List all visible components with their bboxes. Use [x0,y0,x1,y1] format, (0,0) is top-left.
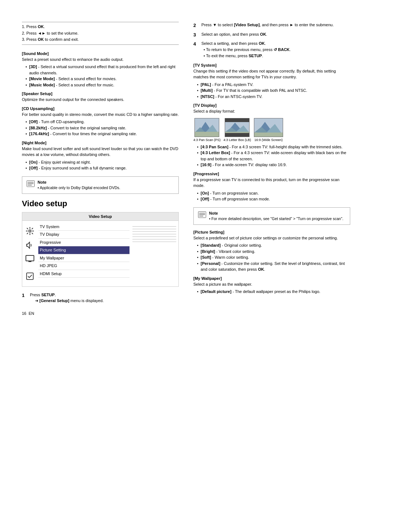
left-column: 1. Press OK. 2. Press ◄► to set the volu… [22,22,179,316]
tv-system-item-multi: [Multi] - For TV that is compatible with… [197,87,350,94]
tv-system-list: [PAL] - For a PAL-system TV. [Multi] - F… [193,82,350,100]
step-4: 4 Select a setting, and then press OK. •… [193,40,350,59]
note-content-left: Note • Applicable only to Dolby Digital … [38,180,120,191]
video-setup-title: Video setup [22,199,179,208]
right-column: 2 Press ▼ to select [Video Setup], and t… [193,22,350,316]
letter-box-label: 4:3 Letter Box (LB) [224,138,251,142]
cd-upsampling-label: [CD Upsampling] [22,106,179,111]
top-step-1: 1. Press OK. [22,24,179,30]
cd-upsampling-item-off: [Off] - Turn off CD-upsampling. [26,119,179,125]
note-title-right: Note [209,211,343,216]
step-2: 2 Press ▼ to select [Video Setup], and t… [193,22,350,29]
speaker-icon [25,241,35,249]
menu-item-picture-setting: Picture Setting [38,246,130,254]
video-setup-table-body: TV System TV Display Progressive Picture… [22,221,178,286]
letter-box-image [225,118,250,137]
sound-mode-item-3d: [3D] - Select a virtual surround sound e… [26,64,179,76]
sound-mode-label: [Sound Mode] [22,51,179,56]
video-setup-table-header: Video Setup [22,212,178,221]
note-box-right: Note • For more detailed description, se… [193,207,350,225]
night-mode-description: Make loud sound level softer and soft so… [22,146,179,158]
tv-display-images: 4:3 Pan Scan (PS) 4:3 Letter Box (LB) [193,118,350,142]
svg-rect-6 [26,255,34,261]
cd-upsampling-list: [Off] - Turn off CD-upsampling. [88.2kHz… [22,119,179,137]
tv-system-description: Change this setting if the video does no… [193,68,350,80]
step-4-content: Select a setting, and then press OK. • T… [201,40,350,59]
menu-item-hd-jpeg: HD JPEG [38,262,130,270]
note-content-right: Note • For more detailed description, se… [209,211,343,222]
tv-display-item-panscan: [4:3 Pan Scan] - For a 4:3 screen TV: fu… [197,144,350,150]
menu-item-my-wallpaper: My Wallpaper [38,254,130,262]
pan-scan-image [194,118,219,137]
menu-item-progressive: Progressive [38,239,130,247]
picture-setting-label: [Picture Setting] [193,230,350,234]
picture-setting-item-standard: [Standard] - Original color setting. [197,242,350,249]
cd-upsampling-item-1764: [176.4kHz] - Convert to four times the o… [26,131,179,137]
step-1-content: Press SETUP. ➜ [General Setup] menu is d… [30,292,179,304]
step-1-number: 1 [22,292,27,304]
pan-scan-label: 4:3 Pan Scan (PS) [193,138,221,142]
step-4-bullet-2: • To exit the menu, press SETUP. [204,54,263,58]
sound-mode-description: Select a preset sound effect to enhance … [22,56,179,63]
progressive-label: [Progressive] [193,172,350,176]
tv-system-item-ntsc: [NTSC] - For an NTSC-system TV. [197,94,350,100]
progressive-description: If a progressive scan TV is connected to… [193,177,350,189]
menu-item-hdmi-setup: HDMI Setup [38,270,130,278]
picture-setting-item-bright: [Bright] - Vibrant color setting. [197,249,350,255]
gear-icon [25,223,35,239]
tv-display-label: [TV Display] [193,103,350,107]
menu-item-tv-display: TV Display [38,231,130,239]
night-mode-list: [On] - Enjoy quiet viewing at night. [Of… [22,159,179,171]
progressive-item-on: [On] - Turn on progressive scan. [197,190,350,196]
progressive-item-off: [Off] - Turn off progressive scan mode. [197,196,350,202]
picture-setting-item-personal: [Personal] - Customize the color setting… [197,261,350,273]
top-step-2: 2. Press ◄► to set the volume. [22,30,179,37]
step-3: 3 Select an option, and then press OK. [193,31,350,39]
note-text-right: • For more detailed description, see "Ge… [209,216,343,222]
night-mode-label: [Night Mode] [22,141,179,145]
note-icon-right [198,211,206,219]
menu-item-tv-system: TV System [38,223,130,231]
letter-box-frame: 4:3 Letter Box (LB) [224,118,251,142]
blank-column [132,223,176,284]
my-wallpaper-label: [My Wallpaper] [193,276,350,281]
page-number: 16 EN [22,311,179,316]
step-3-number: 3 [193,31,198,39]
night-mode-item-on: [On] - Enjoy quiet viewing at night. [26,159,179,165]
screen-icon [25,251,35,267]
step-2-content: Press ▼ to select [Video Setup], and the… [201,22,350,29]
top-step-3: 3. Press OK to confirm and exit. [22,36,179,43]
night-mode-item-off: [Off] - Enjoy surround sound with a full… [26,165,179,171]
wide-screen-frame: 16:9 (Wide Screen) [254,118,283,142]
svg-rect-9 [27,273,33,279]
svg-rect-14 [195,132,219,136]
my-wallpaper-description: Select a picture as the wallpaper. [193,281,350,287]
icon-column [24,223,35,284]
step-1: 1 Press SETUP. ➜ [General Setup] menu is… [22,292,179,304]
note-text-left: • Applicable only to Dolby Digital encod… [38,185,120,191]
tv-display-item-widescreen: [16:9] - For a wide-screen TV: display r… [197,162,350,168]
speaker-setup-label: [Speaker Setup] [22,91,179,96]
step-1-text: Press SETUP. [30,293,56,297]
note-title-left: Note [38,180,120,185]
pan-scan-frame: 4:3 Pan Scan (PS) [193,118,221,142]
my-wallpaper-list: [Default picture] - The default wallpape… [193,289,350,295]
sound-mode-item-music: [Music Mode] - Select a sound effect for… [26,82,179,88]
top-steps-box: 1. Press OK. 2. Press ◄► to set the volu… [22,22,179,45]
speaker-setup-description: Optimize the surround output for the con… [22,97,179,103]
svg-point-4 [29,230,31,232]
step-3-content: Select an option, and then press OK. [201,31,350,39]
sound-mode-list: [3D] - Select a virtual surround sound e… [22,64,179,88]
cd-upsampling-item-882: [88.2kHz] - Convert to twice the origina… [26,125,179,131]
menu-items-column: TV System TV Display Progressive Picture… [38,223,130,284]
video-setup-table: Video Setup [22,212,179,287]
wide-screen-label: 16:9 (Wide Screen) [254,138,283,142]
picture-setting-description: Select a predefined set of picture color… [193,235,350,241]
my-wallpaper-item-default: [Default picture] - The default wallpape… [197,289,350,295]
sound-mode-item-movie: [Movie Mode] - Select a sound effect for… [26,76,179,82]
step-2-number: 2 [193,22,198,29]
tv-system-label: [TV System] [193,63,350,67]
picture-setting-item-soft: [Soft] - Warm color setting. [197,254,350,261]
svg-rect-24 [254,132,283,136]
tv-display-list: [4:3 Pan Scan] - For a 4:3 screen TV: fu… [193,144,350,168]
